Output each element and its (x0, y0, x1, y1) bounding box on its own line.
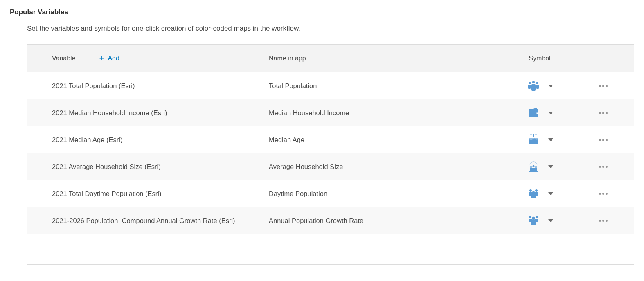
table-row: 2021 Total Population (Esri) Total Popul… (27, 72, 634, 99)
table-row: 2021 Median Age (Esri) Median Age (27, 126, 634, 153)
svg-point-0 (532, 81, 535, 83)
name-in-app: Total Population (269, 82, 317, 89)
svg-point-12 (531, 134, 532, 135)
header-variable: Variable (52, 55, 76, 62)
more-actions-button[interactable] (597, 216, 609, 225)
variable-name: 2021-2026 Population: Compound Annual Gr… (52, 217, 243, 224)
more-actions-button[interactable] (597, 190, 609, 198)
svg-point-8 (537, 113, 538, 114)
header-name-in-app: Name in app (269, 55, 306, 62)
variable-name: 2021 Median Household Income (Esri) (52, 109, 176, 116)
variable-name: 2021 Total Population (Esri) (52, 82, 143, 89)
table-row: 2021 Total Daytime Population (Esri) Day… (27, 180, 634, 207)
symbol-dropdown[interactable] (548, 138, 553, 141)
name-in-app: Average Household Size (269, 163, 343, 170)
more-actions-button[interactable] (597, 109, 609, 117)
header-symbol: Symbol (529, 55, 550, 62)
more-actions-button[interactable] (597, 136, 609, 144)
svg-rect-22 (529, 171, 538, 172)
svg-point-17 (533, 165, 535, 167)
cake-icon (526, 132, 541, 147)
svg-point-16 (530, 166, 532, 168)
plus-icon: + (99, 54, 105, 63)
variable-name: 2021 Total Daytime Population (Esri) (52, 190, 170, 197)
person-star-icon (526, 213, 541, 228)
svg-point-13 (533, 134, 534, 135)
add-button-label: Add (108, 55, 119, 62)
add-variable-button[interactable]: + Add (99, 54, 119, 63)
name-in-app: Annual Population Growth Rate (269, 217, 363, 224)
table-row: 2021-2026 Population: Compound Annual Gr… (27, 207, 634, 234)
svg-rect-4 (528, 85, 531, 89)
svg-rect-20 (532, 168, 535, 171)
svg-rect-3 (531, 84, 536, 91)
name-in-app: Daytime Population (269, 190, 327, 197)
table-header: Variable + Add Name in app Symbol (27, 45, 634, 72)
symbol-dropdown[interactable] (548, 112, 553, 114)
svg-point-18 (535, 166, 537, 168)
svg-point-1 (529, 82, 531, 84)
section-title: Popular Variables (10, 8, 634, 16)
more-actions-button[interactable] (597, 82, 609, 90)
svg-point-14 (536, 134, 537, 135)
house-icon (526, 159, 541, 174)
symbol-dropdown[interactable] (548, 85, 553, 87)
variables-table: Variable + Add Name in app Symbol 2021 T… (27, 44, 634, 265)
variable-name: 2021 Median Age (Esri) (52, 136, 131, 143)
svg-point-26 (529, 216, 531, 218)
svg-point-28 (532, 217, 535, 219)
name-in-app: Median Age (269, 136, 304, 143)
people-group-icon (526, 186, 541, 201)
svg-rect-5 (536, 85, 539, 89)
table-footer-space (27, 234, 634, 264)
symbol-dropdown[interactable] (548, 165, 553, 168)
table-body: 2021 Total Population (Esri) Total Popul… (27, 72, 634, 264)
table-row: 2021 Average Household Size (Esri) Avera… (27, 153, 634, 180)
svg-rect-19 (530, 168, 532, 171)
symbol-dropdown[interactable] (548, 192, 553, 195)
svg-point-2 (536, 82, 538, 84)
table-row: 2021 Median Household Income (Esri) Medi… (27, 99, 634, 126)
variable-name: 2021 Average Household Size (Esri) (52, 163, 169, 170)
more-actions-button[interactable] (597, 163, 609, 171)
svg-point-27 (536, 216, 538, 218)
section-description: Set the variables and symbols for one-cl… (27, 25, 634, 33)
symbol-dropdown[interactable] (548, 219, 553, 222)
svg-point-24 (535, 189, 538, 192)
svg-rect-21 (535, 168, 537, 171)
svg-rect-15 (529, 143, 538, 144)
wallet-icon (526, 105, 541, 120)
name-in-app: Median Household Income (269, 109, 349, 116)
people-icon (526, 78, 541, 93)
svg-point-23 (529, 189, 532, 192)
